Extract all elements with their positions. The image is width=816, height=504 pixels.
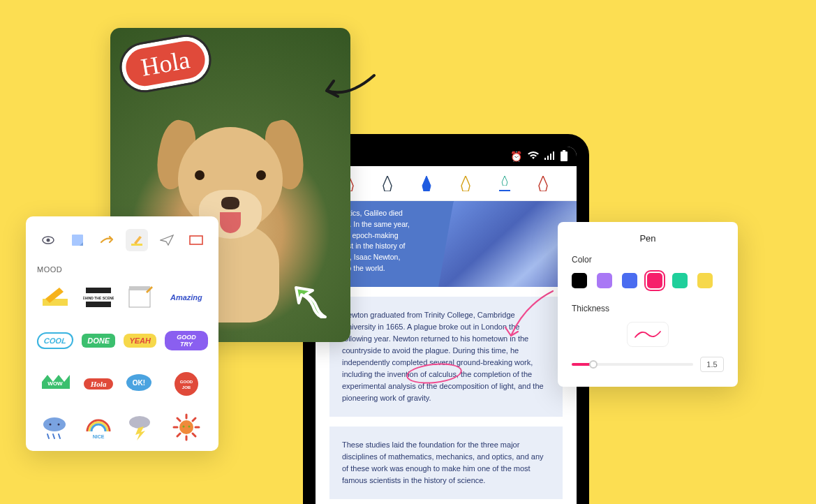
sticker-good-job[interactable]: GOODJOB bbox=[165, 369, 208, 399]
sticker-notepad[interactable] bbox=[124, 282, 156, 313]
svg-text:NICE: NICE bbox=[93, 434, 105, 439]
svg-point-30 bbox=[188, 426, 190, 428]
svg-rect-12 bbox=[86, 288, 111, 293]
mood-section-label: MOOD bbox=[37, 265, 207, 274]
sticker-good-try[interactable]: GOOD TRY bbox=[165, 325, 208, 356]
svg-rect-11 bbox=[43, 299, 68, 306]
sticker-amazing[interactable]: Amazing bbox=[165, 282, 208, 313]
send-tool[interactable] bbox=[156, 229, 178, 251]
sticker-wow[interactable]: WOW bbox=[37, 369, 73, 399]
svg-text:WOW: WOW bbox=[47, 380, 63, 387]
hola-sticker: Hola bbox=[118, 34, 213, 94]
battery-icon bbox=[560, 150, 568, 163]
sticker-behind-scenes[interactable]: BEHIND THE SCENES bbox=[82, 282, 116, 313]
sticker-sun[interactable] bbox=[165, 412, 208, 443]
svg-point-29 bbox=[182, 426, 184, 428]
sticker-ok[interactable]: OK! bbox=[124, 369, 156, 399]
color-swatch-purple[interactable] bbox=[597, 273, 612, 288]
thickness-slider-row: 1.5 bbox=[572, 357, 724, 372]
highlight-tool[interactable] bbox=[126, 229, 148, 251]
sticker-nice-rainbow[interactable]: NICE bbox=[82, 412, 116, 443]
frame-tool[interactable] bbox=[185, 229, 207, 251]
thickness-label: Thickness bbox=[572, 304, 724, 313]
svg-point-25 bbox=[57, 424, 59, 426]
pen-panel-title: Pen bbox=[572, 233, 724, 244]
svg-point-20 bbox=[175, 372, 198, 396]
svg-rect-1 bbox=[547, 156, 549, 160]
pen-tool-4[interactable] bbox=[460, 176, 471, 191]
sticker-done[interactable]: DONE bbox=[82, 325, 116, 356]
sticker-cool[interactable]: COOL bbox=[37, 325, 73, 356]
svg-point-28 bbox=[179, 420, 193, 434]
svg-point-27 bbox=[129, 416, 150, 429]
svg-rect-16 bbox=[129, 286, 150, 290]
color-swatch-teal[interactable] bbox=[672, 273, 688, 288]
doc-header-block: kinematics, Galileo died in 1643. In the… bbox=[316, 201, 577, 287]
sticker-grid: BEHIND THE SCENES Amazing COOL DONE YEAH… bbox=[37, 282, 207, 443]
sticker-awesome[interactable] bbox=[37, 282, 73, 313]
pen-tool-5[interactable] bbox=[499, 176, 510, 191]
eye-tool[interactable] bbox=[37, 229, 59, 251]
svg-rect-2 bbox=[550, 154, 551, 160]
pen-settings-panel: Pen Color Thickness 1.5 bbox=[558, 222, 738, 387]
color-swatch-black[interactable] bbox=[572, 273, 587, 288]
doc-paragraph-2: These studies laid the foundation for th… bbox=[329, 427, 563, 499]
status-bar: ⏰ bbox=[316, 147, 577, 166]
sticker-yeah[interactable]: YEAH bbox=[124, 325, 156, 356]
thickness-value: 1.5 bbox=[700, 357, 724, 372]
svg-text:BEHIND THE SCENES: BEHIND THE SCENES bbox=[83, 296, 114, 300]
color-swatch-yellow[interactable] bbox=[697, 273, 713, 288]
alarm-icon: ⏰ bbox=[510, 151, 522, 162]
svg-rect-4 bbox=[563, 150, 565, 151]
pen-annotation-arrow bbox=[406, 284, 560, 382]
sticker-storm[interactable] bbox=[124, 412, 156, 443]
pen-tool-3[interactable] bbox=[421, 176, 432, 191]
svg-rect-0 bbox=[544, 158, 546, 160]
pen-tool-2[interactable] bbox=[382, 176, 393, 191]
abstract-illustration bbox=[437, 201, 577, 287]
svg-rect-9 bbox=[131, 244, 142, 246]
svg-rect-3 bbox=[553, 151, 554, 160]
sticker-tool-row bbox=[37, 229, 207, 251]
green-arrow-sticker bbox=[292, 283, 334, 325]
tablet-screen: ⏰ kinematics, Galileo died in 1643. In t… bbox=[316, 147, 577, 504]
svg-point-24 bbox=[49, 424, 51, 426]
svg-text:JOB: JOB bbox=[182, 385, 191, 390]
doc-paragraph-1: Newton graduated from Trinity College, C… bbox=[329, 297, 563, 417]
pen-toolbar bbox=[316, 166, 577, 201]
note-tool[interactable] bbox=[66, 229, 89, 251]
stroke-preview bbox=[627, 322, 669, 347]
thickness-slider[interactable] bbox=[572, 363, 693, 366]
svg-text:GOOD: GOOD bbox=[180, 380, 193, 384]
svg-rect-10 bbox=[190, 236, 202, 244]
svg-rect-5 bbox=[561, 151, 568, 161]
svg-point-23 bbox=[43, 417, 66, 431]
color-label: Color bbox=[572, 255, 724, 265]
wifi-icon bbox=[528, 151, 539, 162]
sticker-rain-cloud[interactable] bbox=[37, 412, 73, 443]
doc-text: Newton graduated from Trinity College, C… bbox=[342, 311, 544, 402]
pen-tool-6[interactable] bbox=[537, 176, 549, 191]
color-swatch-blue[interactable] bbox=[622, 273, 637, 288]
doc-text: These studies laid the foundation for th… bbox=[342, 440, 544, 484]
svg-rect-13 bbox=[86, 302, 111, 307]
sticker-hola[interactable]: Hola bbox=[82, 369, 116, 399]
svg-text:OK!: OK! bbox=[133, 379, 145, 387]
sticker-panel: MOOD BEHIND THE SCENES Amazing COOL DONE… bbox=[26, 216, 218, 451]
hand-drawn-arrow-icon bbox=[314, 66, 377, 108]
color-swatch-pink[interactable] bbox=[647, 273, 662, 288]
svg-point-7 bbox=[47, 239, 50, 242]
swoosh-tool[interactable] bbox=[96, 229, 119, 251]
signal-icon bbox=[544, 151, 554, 162]
color-swatch-row bbox=[572, 273, 724, 288]
